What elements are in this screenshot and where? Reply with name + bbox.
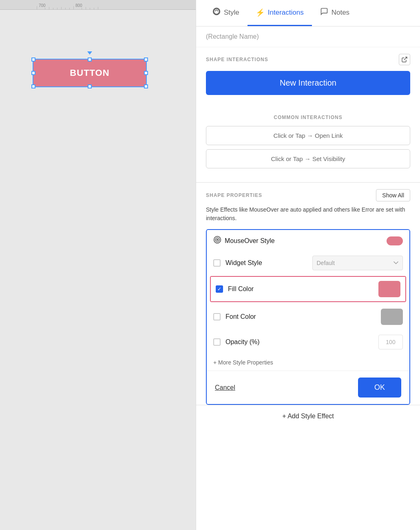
handle-bottom-right[interactable] xyxy=(144,84,148,88)
handle-top-center[interactable] xyxy=(88,57,92,62)
ok-button[interactable]: OK xyxy=(358,378,401,398)
new-interaction-button[interactable]: New Interaction xyxy=(206,71,410,95)
set-visibility-btn[interactable]: Click or Tap → Set Visibility xyxy=(206,149,410,168)
handle-middle-right[interactable] xyxy=(144,71,148,75)
show-all-button[interactable]: Show All xyxy=(376,189,410,201)
handle-bottom-center[interactable] xyxy=(88,84,92,88)
canvas-button-label: BUTTON xyxy=(70,68,109,78)
interactions-icon: ⚡ xyxy=(256,8,265,17)
mouseover-color-pill[interactable] xyxy=(387,236,403,245)
canvas-button[interactable]: BUTTON xyxy=(33,59,147,87)
canvas-content: BUTTON xyxy=(0,10,196,530)
svg-line-0 xyxy=(404,57,407,60)
fill-color-row: ✓ Fill Color xyxy=(211,277,405,301)
ruler-mark-800: 800 xyxy=(75,3,82,8)
tab-bar: Style ⚡ Interactions Notes xyxy=(196,0,420,26)
right-panel: Style ⚡ Interactions Notes (Rectangle Na… xyxy=(196,0,420,530)
opacity-input[interactable] xyxy=(378,335,403,349)
widget-style-label: Widget Style xyxy=(225,259,307,267)
mouseover-style-box: MouseOver Style Widget Style Default xyxy=(206,229,410,405)
common-interactions-title: COMMON INTERACTIONS xyxy=(206,115,410,120)
action-bar: Cancel OK xyxy=(207,371,409,404)
fill-color-swatch[interactable] xyxy=(378,281,400,297)
tab-style-label: Style xyxy=(224,9,239,17)
opacity-checkbox[interactable] xyxy=(213,338,221,346)
fill-color-checkbox[interactable]: ✓ xyxy=(216,285,223,293)
font-color-swatch[interactable] xyxy=(381,309,403,325)
more-style-properties[interactable]: + More Style Properties xyxy=(207,354,409,371)
handle-bottom-left[interactable] xyxy=(31,84,35,88)
target-icon xyxy=(213,236,221,246)
tab-interactions[interactable]: ⚡ Interactions xyxy=(248,0,312,26)
properties-header: SHAPE PROPERTIES Show All xyxy=(206,189,410,201)
canvas-button-container[interactable]: BUTTON xyxy=(33,59,147,87)
mouseover-title: MouseOver Style xyxy=(213,236,275,246)
tab-notes-label: Notes xyxy=(332,9,349,17)
shape-interactions-section: SHAPE INTERACTIONS New Interaction xyxy=(196,47,420,108)
section-header: SHAPE INTERACTIONS xyxy=(206,54,410,65)
canvas-area: 700 800 BUTTON xyxy=(0,0,196,530)
tab-style[interactable]: Style xyxy=(204,0,248,26)
selection-indicator xyxy=(87,51,92,55)
widget-style-checkbox[interactable] xyxy=(213,259,221,267)
handle-top-right[interactable] xyxy=(144,57,148,62)
opacity-label: Opacity (%) xyxy=(225,338,374,346)
style-icon xyxy=(212,7,221,18)
svg-point-2 xyxy=(215,238,219,242)
tab-notes[interactable]: Notes xyxy=(312,0,358,26)
handle-middle-left[interactable] xyxy=(31,71,35,75)
fill-color-label: Fill Color xyxy=(228,285,374,293)
cancel-button[interactable]: Cancel xyxy=(215,384,235,391)
fill-color-row-highlight: ✓ Fill Color xyxy=(210,276,406,302)
widget-style-row: Widget Style Default xyxy=(207,252,409,274)
widget-style-default: Default xyxy=(317,260,335,266)
notes-icon xyxy=(320,7,328,18)
handle-top-left[interactable] xyxy=(31,57,35,62)
mouseover-label: MouseOver Style xyxy=(225,237,275,245)
open-link-btn[interactable]: Click or Tap → Open Link xyxy=(206,126,410,145)
external-link-icon-btn[interactable] xyxy=(399,54,410,65)
tab-interactions-label: Interactions xyxy=(268,9,304,17)
common-interactions-section: COMMON INTERACTIONS Click or Tap → Open … xyxy=(196,108,420,182)
add-style-effect[interactable]: + Add Style Effect xyxy=(196,405,420,427)
shape-name: (Rectangle Name) xyxy=(196,26,420,47)
font-color-checkbox[interactable] xyxy=(213,313,221,320)
opacity-row: Opacity (%) xyxy=(207,330,409,354)
font-color-row: Font Color xyxy=(207,304,409,330)
svg-point-3 xyxy=(217,239,218,240)
panel-content: (Rectangle Name) SHAPE INTERACTIONS New … xyxy=(196,26,420,530)
shape-properties-title: SHAPE PROPERTIES xyxy=(206,192,262,198)
ruler-mark-700: 700 xyxy=(39,3,46,8)
font-color-label: Font Color xyxy=(225,313,376,320)
widget-style-select[interactable]: Default xyxy=(312,256,403,270)
shape-properties-section: SHAPE PROPERTIES Show All Style Effects … xyxy=(196,183,420,405)
canvas-ruler: 700 800 xyxy=(0,0,196,10)
properties-description: Style Effects like MouseOver are auto ap… xyxy=(206,205,410,223)
shape-interactions-title: SHAPE INTERACTIONS xyxy=(206,57,268,62)
mouseover-header: MouseOver Style xyxy=(207,230,409,252)
